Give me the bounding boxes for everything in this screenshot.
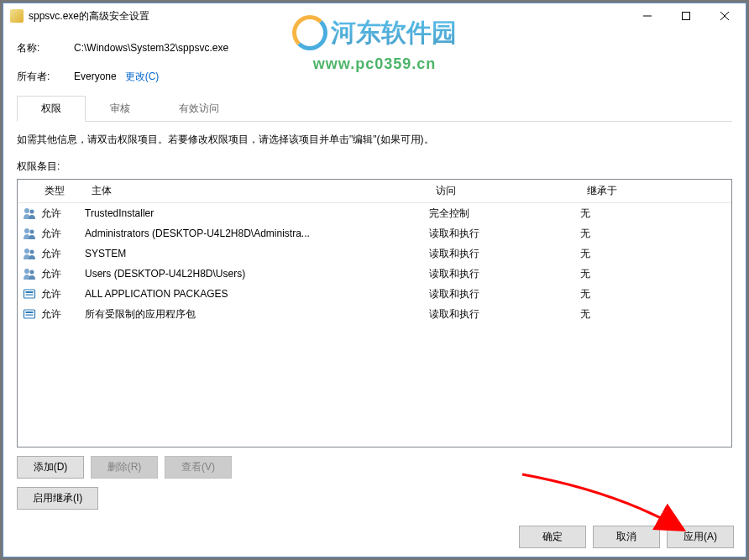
svg-rect-9 bbox=[24, 290, 35, 298]
owner-value: Everyone bbox=[74, 71, 117, 82]
cell-principal: TrustedInstaller bbox=[85, 205, 429, 222]
svg-rect-13 bbox=[26, 311, 34, 313]
table-row[interactable]: 允许Users (DESKTOP-U4L2H8D\Users)读取和执行无 bbox=[18, 264, 731, 284]
cell-type: 允许 bbox=[41, 225, 85, 242]
name-label: 名称: bbox=[17, 41, 74, 55]
entries-label: 权限条目: bbox=[17, 160, 732, 174]
column-inherit[interactable]: 继承于 bbox=[580, 180, 731, 202]
svg-point-7 bbox=[24, 269, 29, 274]
add-button[interactable]: 添加(D) bbox=[17, 456, 84, 479]
cell-access: 读取和执行 bbox=[429, 225, 580, 242]
cell-inherit: 无 bbox=[580, 205, 731, 222]
dialog-window: sppsvc.exe的高级安全设置 名称: C:\Windows\System3… bbox=[3, 3, 746, 557]
column-principal[interactable]: 主体 bbox=[85, 180, 429, 202]
svg-rect-10 bbox=[26, 291, 34, 293]
titlebar: sppsvc.exe的高级安全设置 bbox=[3, 3, 746, 29]
table-row[interactable]: 允许TrustedInstaller完全控制无 bbox=[18, 203, 731, 223]
cell-access: 读取和执行 bbox=[429, 285, 580, 302]
principal-icon bbox=[18, 227, 41, 240]
apply-button[interactable]: 应用(A) bbox=[667, 526, 734, 548]
owner-label: 所有者: bbox=[17, 70, 74, 84]
cell-inherit: 无 bbox=[580, 306, 731, 322]
cell-inherit: 无 bbox=[580, 285, 731, 302]
svg-point-3 bbox=[24, 228, 29, 233]
svg-point-5 bbox=[24, 249, 29, 254]
svg-point-1 bbox=[24, 208, 29, 213]
principal-icon bbox=[18, 267, 41, 280]
permissions-table: 类型 主体 访问 继承于 允许TrustedInstaller完全控制无允许Ad… bbox=[17, 179, 732, 447]
owner-row: 所有者: Everyone 更改(C) bbox=[17, 67, 732, 86]
table-header: 类型 主体 访问 继承于 bbox=[18, 180, 731, 203]
cell-principal: Users (DESKTOP-U4L2H8D\Users) bbox=[85, 265, 429, 282]
cell-access: 读取和执行 bbox=[429, 265, 580, 282]
cell-inherit: 无 bbox=[580, 245, 731, 262]
cell-type: 允许 bbox=[41, 205, 85, 222]
svg-point-2 bbox=[30, 210, 34, 214]
tabs: 权限 审核 有效访问 bbox=[17, 96, 732, 122]
cell-type: 允许 bbox=[41, 245, 85, 262]
dialog-buttons: 确定 取消 应用(A) bbox=[519, 526, 734, 548]
column-access[interactable]: 访问 bbox=[429, 180, 580, 202]
svg-point-4 bbox=[30, 230, 34, 234]
svg-rect-11 bbox=[26, 295, 34, 296]
cell-access: 读取和执行 bbox=[429, 245, 580, 262]
cell-principal: 所有受限制的应用程序包 bbox=[85, 306, 429, 322]
svg-point-8 bbox=[30, 270, 34, 275]
document-icon bbox=[10, 9, 24, 23]
ok-button[interactable]: 确定 bbox=[519, 526, 586, 548]
name-value: C:\Windows\System32\sppsvc.exe bbox=[74, 42, 228, 54]
cancel-button[interactable]: 取消 bbox=[593, 526, 660, 548]
inherit-row: 启用继承(I) bbox=[17, 487, 732, 510]
table-row[interactable]: 允许Administrators (DESKTOP-U4L2H8D\Admini… bbox=[18, 223, 731, 243]
tab-permissions[interactable]: 权限 bbox=[17, 96, 86, 122]
cell-inherit: 无 bbox=[580, 265, 731, 282]
enable-inheritance-button[interactable]: 启用继承(I) bbox=[17, 487, 98, 510]
change-owner-link[interactable]: 更改(C) bbox=[125, 70, 160, 84]
tab-effective-access[interactable]: 有效访问 bbox=[155, 96, 244, 122]
cell-type: 允许 bbox=[41, 306, 85, 322]
column-type[interactable]: 类型 bbox=[18, 180, 85, 202]
cell-principal: Administrators (DESKTOP-U4L2H8D\Administ… bbox=[85, 225, 429, 242]
cell-access: 读取和执行 bbox=[429, 306, 580, 322]
view-button[interactable]: 查看(V) bbox=[165, 456, 232, 479]
table-row[interactable]: 允许所有受限制的应用程序包读取和执行无 bbox=[18, 304, 731, 324]
cell-type: 允许 bbox=[41, 265, 85, 282]
principal-icon bbox=[18, 307, 41, 321]
window-controls bbox=[628, 4, 744, 28]
principal-icon bbox=[18, 207, 41, 220]
cell-principal: SYSTEM bbox=[85, 245, 429, 262]
action-buttons: 添加(D) 删除(R) 查看(V) bbox=[17, 456, 732, 479]
principal-icon bbox=[18, 247, 41, 260]
close-button[interactable] bbox=[705, 4, 744, 28]
content-area: 名称: C:\Windows\System32\sppsvc.exe 所有者: … bbox=[3, 29, 746, 520]
principal-icon bbox=[18, 287, 41, 301]
remove-button[interactable]: 删除(R) bbox=[91, 456, 158, 479]
tab-audit[interactable]: 审核 bbox=[86, 96, 155, 122]
cell-principal: ALL APPLICATION PACKAGES bbox=[85, 285, 429, 302]
svg-rect-14 bbox=[26, 315, 34, 316]
table-body: 允许TrustedInstaller完全控制无允许Administrators … bbox=[18, 203, 731, 324]
minimize-button[interactable] bbox=[628, 4, 667, 28]
cell-inherit: 无 bbox=[580, 225, 731, 242]
svg-point-6 bbox=[30, 250, 34, 254]
window-title: sppsvc.exe的高级安全设置 bbox=[29, 9, 628, 24]
svg-rect-12 bbox=[24, 310, 35, 318]
cell-type: 允许 bbox=[41, 285, 85, 302]
instructions-text: 如需其他信息，请双击权限项目。若要修改权限项目，请选择该项目并单击"编辑"(如果… bbox=[17, 132, 732, 148]
svg-rect-0 bbox=[683, 13, 690, 20]
cell-access: 完全控制 bbox=[429, 205, 580, 222]
table-row[interactable]: 允许ALL APPLICATION PACKAGES读取和执行无 bbox=[18, 284, 731, 304]
tab-content: 如需其他信息，请双击权限项目。若要修改权限项目，请选择该项目并单击"编辑"(如果… bbox=[17, 122, 732, 510]
name-row: 名称: C:\Windows\System32\sppsvc.exe bbox=[17, 39, 732, 57]
maximize-button[interactable] bbox=[667, 4, 705, 28]
table-row[interactable]: 允许SYSTEM读取和执行无 bbox=[18, 243, 731, 264]
